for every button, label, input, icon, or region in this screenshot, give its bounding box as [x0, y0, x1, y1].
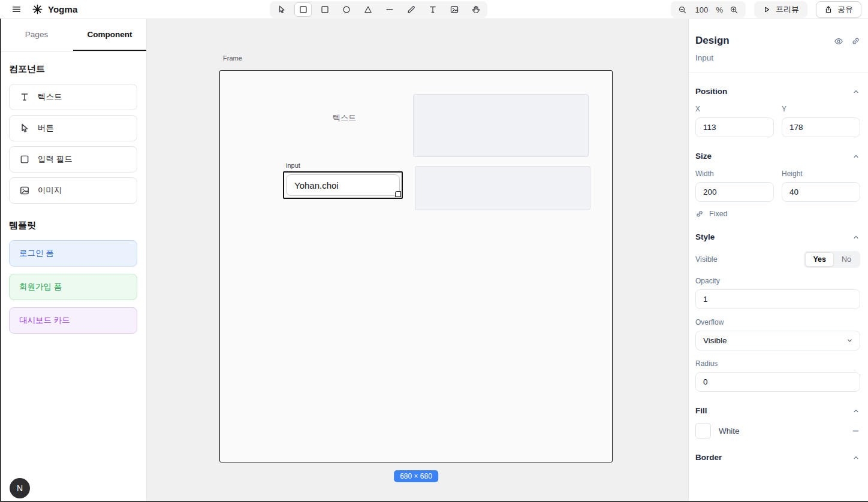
- app-title: Yogma: [48, 4, 77, 14]
- collapse-size-button[interactable]: [852, 152, 860, 161]
- component-item-input-field[interactable]: 입력 필드: [9, 146, 137, 173]
- overflow-label: Overflow: [695, 318, 860, 326]
- canvas-input-element[interactable]: [286, 174, 400, 196]
- tab-component[interactable]: Component: [73, 19, 146, 51]
- resize-handle[interactable]: [395, 191, 401, 197]
- component-item-button[interactable]: 버튼: [9, 115, 137, 141]
- collapse-position-button[interactable]: [852, 87, 860, 96]
- tool-line-button[interactable]: [381, 2, 398, 17]
- play-icon: [762, 5, 771, 14]
- radius-label: Radius: [695, 359, 860, 368]
- tab-pages[interactable]: Pages: [0, 19, 73, 51]
- position-section: Position X Y: [695, 87, 860, 137]
- hamburger-menu-button[interactable]: [8, 2, 24, 17]
- component-item-label: 이미지: [38, 185, 62, 196]
- top-toolbar: Yogma 100 % 프리뷰 공유: [0, 0, 868, 19]
- design-inspector-panel: Design Input Position X Y: [688, 19, 868, 502]
- aspect-lock-row: Fixed: [695, 210, 860, 218]
- border-section: Border: [695, 453, 860, 462]
- height-label: Height: [782, 170, 860, 178]
- chevron-up-icon: [852, 87, 860, 96]
- width-label: Width: [695, 170, 774, 178]
- divider: [689, 72, 868, 72]
- component-item-image[interactable]: 이미지: [9, 177, 137, 204]
- triangle-icon: [363, 5, 373, 14]
- hand-icon: [471, 5, 481, 14]
- size-section: Size Width Height Fixed: [695, 152, 860, 218]
- tool-hand-button[interactable]: [467, 2, 484, 17]
- design-canvas[interactable]: Frame 텍스트 input 680 × 680: [147, 19, 688, 502]
- visible-toggle: Yes No: [804, 251, 860, 268]
- collapse-border-button[interactable]: [852, 453, 860, 462]
- style-section: Style Visible Yes No Opacity Overflow Vi…: [695, 232, 860, 392]
- canvas-placeholder-box[interactable]: [415, 166, 590, 210]
- frame-square-icon: [299, 5, 308, 14]
- tool-triangle-button[interactable]: [359, 2, 376, 17]
- fill-section-title: Fill: [695, 406, 707, 415]
- overflow-select[interactable]: Visible: [695, 331, 860, 350]
- overflow-selected-value: Visible: [703, 336, 727, 345]
- tool-image-button[interactable]: [445, 2, 463, 17]
- tool-strip: [270, 1, 487, 18]
- rectangle-icon: [19, 154, 30, 165]
- remove-fill-button[interactable]: [851, 427, 860, 436]
- x-input[interactable]: [695, 117, 774, 137]
- width-input[interactable]: [695, 182, 774, 202]
- design-frame[interactable]: 텍스트 input: [219, 70, 613, 462]
- frame-name-label[interactable]: Frame: [223, 55, 242, 62]
- zoom-in-button[interactable]: [730, 5, 739, 14]
- asterisk-logo-icon: [32, 4, 43, 14]
- canvas-text-element[interactable]: 텍스트: [333, 113, 356, 123]
- minus-icon: [851, 427, 860, 436]
- opacity-input[interactable]: [695, 289, 860, 309]
- templates-section-title: 템플릿: [9, 220, 137, 231]
- y-label: Y: [782, 105, 860, 113]
- link-icon[interactable]: [851, 37, 860, 46]
- text-icon: [428, 5, 438, 14]
- collapse-style-button[interactable]: [852, 233, 860, 241]
- component-item-text[interactable]: 텍스트: [9, 84, 137, 110]
- selected-element-type: Input: [695, 53, 860, 62]
- tool-frame-button[interactable]: [294, 2, 312, 17]
- share-button[interactable]: 공유: [816, 1, 861, 18]
- tool-pencil-button[interactable]: [402, 2, 420, 17]
- collapse-fill-button[interactable]: [852, 407, 860, 415]
- eye-icon[interactable]: [834, 37, 843, 46]
- template-item-signup-form[interactable]: 회원가입 폼: [9, 274, 137, 300]
- user-avatar[interactable]: N: [10, 478, 30, 498]
- visible-yes-option[interactable]: Yes: [805, 252, 834, 267]
- tool-text-button[interactable]: [424, 2, 441, 17]
- cursor-icon: [277, 5, 287, 14]
- height-input[interactable]: [782, 182, 860, 202]
- fill-color-name: White: [719, 427, 851, 436]
- template-item-login-form[interactable]: 로그인 폼: [9, 240, 137, 267]
- upload-icon: [824, 5, 833, 14]
- chevron-up-icon: [852, 407, 860, 415]
- zoom-out-icon: [678, 5, 687, 14]
- tool-ellipse-button[interactable]: [337, 2, 355, 17]
- visible-no-option[interactable]: No: [834, 252, 859, 267]
- link-icon[interactable]: [695, 210, 704, 218]
- canvas-placeholder-box[interactable]: [413, 94, 589, 157]
- visible-label: Visible: [695, 255, 718, 264]
- size-section-title: Size: [695, 152, 712, 161]
- sidebar-content: 컴포넌트 텍스트 버튼 입력 필드 이미지 템플릿 로그인 폼 회원가입 폼 대…: [0, 52, 146, 334]
- cursor-icon: [19, 123, 30, 134]
- y-input[interactable]: [782, 117, 860, 137]
- app-brand: Yogma: [32, 4, 77, 14]
- radius-input[interactable]: [695, 372, 860, 392]
- topbar-left-group: Yogma: [8, 0, 77, 19]
- fill-color-swatch[interactable]: [695, 423, 711, 439]
- topbar-right-group: 100 % 프리뷰 공유: [671, 1, 861, 18]
- chevron-down-icon: [846, 337, 854, 344]
- tool-select-button[interactable]: [273, 2, 290, 17]
- zoom-level-value: 100: [694, 5, 709, 14]
- window-left-edge: [0, 19, 1, 502]
- template-item-dashboard-card[interactable]: 대시보드 카드: [9, 307, 137, 334]
- preview-button[interactable]: 프리뷰: [754, 1, 807, 18]
- rectangle-icon: [320, 5, 330, 14]
- selection-outline[interactable]: [283, 171, 403, 199]
- zoom-out-button[interactable]: [678, 5, 687, 14]
- tool-rectangle-button[interactable]: [316, 2, 333, 17]
- fill-section: Fill White: [695, 406, 860, 439]
